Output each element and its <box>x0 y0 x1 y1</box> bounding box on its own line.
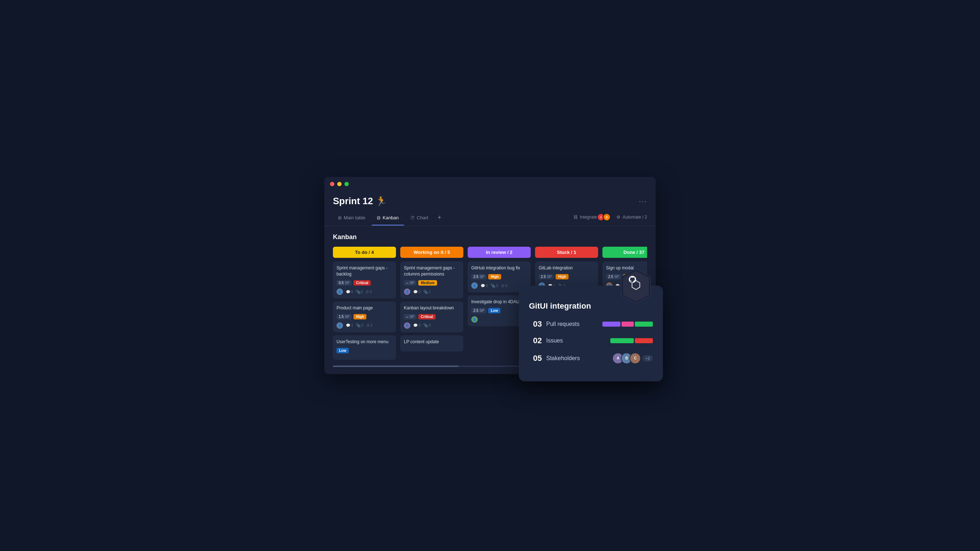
minimize-dot[interactable] <box>337 182 342 186</box>
card-avatar: 👤 <box>404 322 410 329</box>
card-avatar: 👤 <box>337 289 343 295</box>
page-title: Sprint 12 🏃 <box>333 195 387 207</box>
bar-seg <box>635 338 653 343</box>
gitui-row-issues: 02 Issues <box>529 336 653 345</box>
card-badges: Low <box>337 348 392 353</box>
gitui-num: 05 <box>529 354 542 363</box>
card-product-main[interactable]: Product main page 1.5 SP High 👤 💬 1 <box>333 302 396 332</box>
integrate-button[interactable]: ⛓ Integrate A B <box>574 213 611 221</box>
sp-badge: 2.5 SP <box>471 308 487 313</box>
tabs-bar: ⊞ Main table ⊟ Kanban ⏱ Chart + ⛓ Integr… <box>324 207 656 226</box>
card-badges: 0.5 SP Critical <box>337 280 392 286</box>
col-header-stuck: Stuck / 1 <box>535 247 598 258</box>
kanban-title: Kanban <box>333 233 647 241</box>
kanban-icon: ⊟ <box>377 215 380 221</box>
attachments: 📎 0 <box>356 323 363 327</box>
gitui-row-pullrequests: 03 Pull requests <box>529 319 653 329</box>
card-badges: 2.5 SP High <box>471 274 527 279</box>
tab-main-table[interactable]: ⊞ Main table <box>333 212 371 225</box>
page-header: Sprint 12 🏃 ··· <box>324 190 656 207</box>
sp-badge: -- SP <box>404 314 417 319</box>
card-usertesting[interactable]: UserTesting on more menu Low <box>333 335 396 360</box>
col-header-todo: To do / 4 <box>333 247 396 258</box>
close-dot[interactable] <box>330 182 334 186</box>
bar-group-pr <box>602 322 653 327</box>
priority-badge: High <box>488 274 501 279</box>
bar-seg <box>622 322 634 327</box>
gitui-label: Issues <box>546 337 610 344</box>
card-avatar: 👤 <box>471 282 478 289</box>
card-badges: -- SP Medium <box>404 280 460 286</box>
subtasks: ☰ 0 <box>366 290 372 294</box>
card-footer: 👤 💬 0 📎 1 <box>404 289 460 295</box>
card-meta: 💬 0 📎 1 <box>413 290 431 294</box>
card-footer: 👤 💬 0 📎 0 <box>404 322 460 329</box>
sp-badge: 1.5 SP <box>337 314 352 319</box>
attachments: 📎 0 <box>356 290 363 294</box>
bar-group-issues <box>610 338 653 343</box>
stakeholder-avatars: A B C +2 <box>612 353 653 364</box>
github-hex-container: ⬡ <box>620 268 652 300</box>
screen: Sprint 12 🏃 ··· ⊞ Main table ⊟ Kanban ⏱ … <box>317 170 663 381</box>
gitui-panel: ⬡ GitUI integration 03 Pull requests 02 … <box>519 286 663 381</box>
priority-badge: Low <box>337 348 349 353</box>
card-avatar: 👤 <box>404 289 410 295</box>
sp-badge: 2.5 SP <box>539 274 554 279</box>
card-badges: 2.5 SP High <box>539 274 595 279</box>
card-meta: 💬 1 📎 0 ☰ 2 <box>346 323 372 327</box>
card-meta: 💬 0 📎 0 ☰ 0 <box>346 290 372 294</box>
card-avatar: 👤 <box>337 322 343 329</box>
tab-kanban[interactable]: ⊟ Kanban <box>372 212 404 225</box>
maximize-dot[interactable] <box>344 182 349 186</box>
card-avatar: 👤 <box>471 316 478 323</box>
sp-badge: 2.5 SP <box>471 274 487 279</box>
comments: 💬 0 <box>346 290 353 294</box>
card-sprint-columns[interactable]: Sprint management gaps - columns permiss… <box>400 262 463 299</box>
more-button[interactable]: ··· <box>639 197 647 205</box>
priority-badge: Medium <box>418 280 437 286</box>
automate-icon: ⚙ <box>616 214 620 220</box>
automate-button[interactable]: ⚙ Automate / 2 <box>616 214 647 220</box>
subtasks: ☰ 2 <box>366 323 372 327</box>
col-header-working: Working on it / 5 <box>400 247 463 258</box>
card-kanban-layout[interactable]: Kanban layout breakdown -- SP Critical 👤 <box>400 302 463 332</box>
sp-badge: 2.5 SP <box>606 274 621 279</box>
gitui-num: 02 <box>529 336 542 345</box>
integrate-icon: ⛓ <box>574 214 578 220</box>
card-footer: 👤 💬 0 📎 0 ☰ 0 <box>471 282 527 289</box>
bar-seg <box>610 338 634 343</box>
table-icon: ⊞ <box>338 215 342 221</box>
column-working: Working on it / 5 Sprint management gaps… <box>400 247 463 362</box>
tab-chart[interactable]: ⏱ Chart <box>405 212 433 225</box>
column-todo: To do / 4 Sprint management gaps - backl… <box>333 247 396 362</box>
sp-badge: -- SP <box>404 280 417 286</box>
priority-badge: Critical <box>353 280 371 286</box>
gitui-label: Stakeholders <box>546 355 612 362</box>
col-header-review: In review / 2 <box>468 247 531 258</box>
gitui-row-stakeholders: 05 Stakeholders A B C +2 <box>529 353 653 364</box>
tabs-right: ⛓ Integrate A B ⚙ Automate / 2 <box>574 213 647 224</box>
titlebar <box>324 177 656 190</box>
sp-badge: 0.5 SP <box>337 280 352 286</box>
card-footer: 👤 💬 1 📎 0 ☰ 2 <box>337 322 392 329</box>
priority-badge: High <box>555 274 568 279</box>
chart-icon: ⏱ <box>410 215 415 221</box>
bar-seg <box>602 322 620 327</box>
card-sprint-backlog[interactable]: Sprint management gaps - backlog 0.5 SP … <box>333 262 396 299</box>
card-badges: 1.5 SP High <box>337 314 392 319</box>
gitui-label: Pull requests <box>546 321 602 327</box>
gitui-num: 03 <box>529 319 542 329</box>
comments: 💬 1 <box>346 323 353 327</box>
card-meta: 💬 0 📎 0 <box>413 323 431 327</box>
integrate-avatars: A B <box>599 213 611 221</box>
add-tab-button[interactable]: + <box>435 211 445 226</box>
card-meta: 💬 0 📎 0 ☰ 0 <box>480 284 507 288</box>
bar-seg <box>635 322 653 327</box>
card-footer: 👤 💬 0 📎 0 ☰ 0 <box>337 289 392 295</box>
scrollbar-thumb[interactable] <box>333 365 459 367</box>
col-header-done: Done / 37 <box>602 247 647 258</box>
card-lp-content[interactable]: LP content update <box>400 335 463 351</box>
tabs-left: ⊞ Main table ⊟ Kanban ⏱ Chart + <box>333 211 444 226</box>
stakeholder-plus: +2 <box>643 355 653 362</box>
priority-badge: Low <box>488 308 500 313</box>
